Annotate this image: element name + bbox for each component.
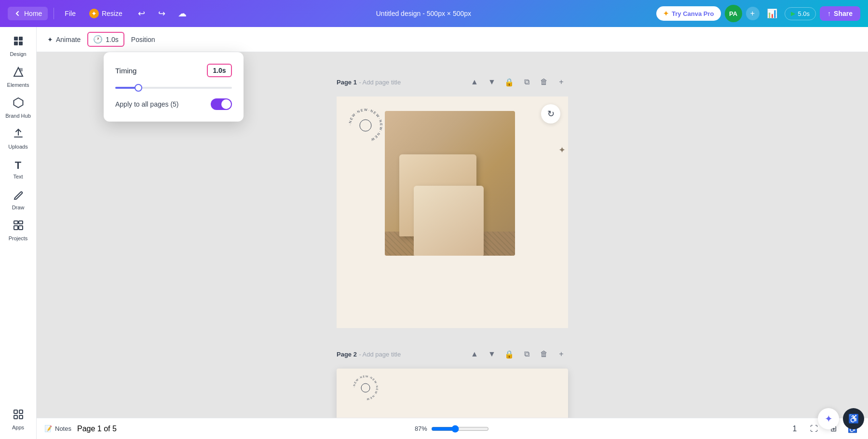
page1-label: Page 1 — [337, 79, 357, 86]
sidebar-item-projects[interactable]: Projects — [2, 216, 35, 245]
svg-point-18 — [361, 384, 370, 392]
brand-hub-icon — [13, 97, 24, 111]
timing-slider-track — [115, 87, 232, 89]
position-label: Position — [131, 36, 155, 43]
page2-circular-text-svg: ·NEW·NEW·NEW·NEW·NEW — [351, 373, 380, 402]
timing-value-input[interactable]: 1.0s — [207, 64, 232, 77]
page1-add-button[interactable]: + — [555, 75, 568, 89]
sidebar-apps-label: Apps — [12, 425, 24, 430]
page2-lock-button[interactable]: 🔒 — [502, 347, 516, 361]
share-button[interactable]: ↑ Share — [820, 6, 860, 21]
page2-up-button[interactable]: ▲ — [468, 347, 481, 361]
page2-delete-button[interactable]: 🗑 — [537, 347, 551, 361]
sidebar-item-apps[interactable]: Apps — [2, 405, 35, 434]
avatar-button[interactable]: PA — [725, 5, 742, 22]
sidebar-item-uploads[interactable]: Uploads — [2, 124, 35, 153]
try-pro-button[interactable]: ✦ Try Canva Pro — [656, 6, 720, 21]
page1-wrapper: Page 1 - Add page title ▲ ▼ 🔒 ⧉ 🗑 + — [337, 71, 568, 328]
analytics-button[interactable]: 📊 — [763, 5, 781, 22]
home-button[interactable]: Home — [8, 7, 48, 20]
share-label: Share — [834, 10, 853, 17]
timing-slider-thumb[interactable] — [135, 84, 142, 92]
home-label: Home — [24, 10, 42, 17]
soap-block-front — [414, 186, 484, 256]
sidebar-item-design[interactable]: Design — [2, 32, 35, 61]
sidebar-elements-label: Elements — [7, 82, 29, 88]
page1-canvas[interactable]: ·NEW·NEW·NEW·NEW·NEW ✦ ✦ — [337, 96, 568, 328]
page1-copy-button[interactable]: ⧉ — [520, 75, 533, 89]
svg-rect-14 — [19, 415, 23, 419]
header-right: ✦ Try Canva Pro PA + 📊 ▶ 5.0s ↑ Share — [656, 5, 860, 22]
page2-controls: ▲ ▼ 🔒 ⧉ 🗑 + — [468, 347, 568, 361]
page2-title-separator: - — [359, 351, 362, 358]
apply-all-toggle[interactable] — [211, 98, 232, 110]
page2-title-placeholder[interactable]: Add page title — [363, 351, 401, 358]
page1-title-placeholder[interactable]: Add page title — [363, 79, 401, 86]
circular-text[interactable]: ·NEW·NEW·NEW·NEW·NEW — [346, 106, 385, 145]
grid-number-button[interactable]: 1 — [787, 421, 802, 437]
sparkle-small-left: ✦ — [558, 145, 566, 155]
svg-rect-10 — [19, 226, 23, 230]
save-status-button[interactable]: ☁ — [174, 5, 191, 22]
toolbar: ✦ Animate 🕐 1.0s Position — [37, 27, 868, 52]
design-icon — [13, 36, 24, 49]
toggle-thumb — [221, 99, 231, 109]
timing-apply-row: Apply to all pages (5) — [115, 98, 232, 110]
sidebar-uploads-label: Uploads — [8, 144, 27, 150]
notes-button[interactable]: 📝 Notes — [44, 425, 71, 432]
play-duration-label: 5.0s — [798, 10, 810, 17]
svg-marker-6 — [14, 98, 23, 108]
soap-product-image[interactable] — [385, 111, 515, 256]
page1-delete-button[interactable]: 🗑 — [537, 75, 551, 89]
redo-button[interactable]: ↪ — [153, 5, 171, 22]
timing-popup-label: Timing — [115, 67, 136, 75]
share-icon: ↑ — [827, 10, 831, 17]
canvas-refresh-button[interactable]: ↻ — [541, 104, 560, 123]
svg-rect-12 — [19, 410, 23, 413]
file-button[interactable]: File — [60, 7, 81, 20]
grid-number: 1 — [793, 425, 797, 433]
zoom-level-label: 87% — [415, 425, 427, 432]
preview-button[interactable]: ▶ 5.0s — [785, 7, 816, 20]
svg-rect-9 — [14, 226, 18, 230]
zoom-slider[interactable] — [431, 425, 489, 433]
page2-copy-button[interactable]: ⧉ — [520, 347, 533, 361]
position-button[interactable]: Position — [126, 33, 160, 46]
bottom-center: 87% — [415, 425, 489, 433]
animate-button[interactable]: ✦ Animate — [42, 33, 85, 46]
header: Home File ✦ Resize ↩ ↪ ☁ Untitled design… — [0, 0, 868, 27]
page2-title-area: Page 2 - Add page title — [337, 350, 401, 358]
sidebar-projects-label: Projects — [9, 235, 28, 241]
svg-rect-2 — [14, 41, 18, 45]
svg-rect-11 — [14, 410, 17, 413]
page-indicator: Page 1 of 5 — [77, 425, 117, 433]
accessibility-button[interactable]: ♿ — [843, 408, 864, 429]
crown-icon: ✦ — [663, 10, 669, 17]
add-collaborator-button[interactable]: + — [746, 7, 760, 20]
page2-canvas[interactable]: ·NEW·NEW·NEW·NEW·NEW ▼ — [337, 369, 568, 418]
undo-button[interactable]: ↩ — [133, 5, 150, 22]
sidebar-item-text[interactable]: T Text — [2, 155, 35, 183]
page1-up-button[interactable]: ▲ — [468, 75, 481, 89]
resize-button[interactable]: ✦ Resize — [84, 6, 127, 21]
animate-icon: ✦ — [47, 36, 53, 43]
page1-lock-button[interactable]: 🔒 — [502, 75, 516, 89]
svg-rect-13 — [14, 415, 17, 419]
page2-wrapper: Page 2 - Add page title ▲ ▼ 🔒 ⧉ 🗑 + — [337, 343, 568, 418]
page2-down-button[interactable]: ▼ — [485, 347, 499, 361]
svg-rect-7 — [14, 221, 18, 224]
page1-down-button[interactable]: ▼ — [485, 75, 499, 89]
page2-add-button[interactable]: + — [555, 347, 568, 361]
sidebar-item-elements[interactable]: Elements — [2, 63, 35, 92]
help-button[interactable]: ✦ — [818, 408, 839, 429]
timing-button[interactable]: 🕐 1.0s — [87, 32, 124, 47]
page1-title-area: Page 1 - Add page title — [337, 78, 401, 86]
circular-text-svg: ·NEW·NEW·NEW·NEW·NEW — [346, 106, 385, 145]
sidebar-brand-hub-label: Brand Hub — [5, 113, 31, 119]
notes-label: Notes — [55, 425, 71, 432]
sidebar-item-draw[interactable]: Draw — [2, 185, 35, 214]
sidebar-item-brand-hub[interactable]: Brand Hub — [2, 94, 35, 123]
svg-rect-1 — [19, 37, 23, 41]
timing-popup-header: Timing 1.0s — [115, 64, 232, 77]
svg-rect-3 — [19, 41, 23, 45]
